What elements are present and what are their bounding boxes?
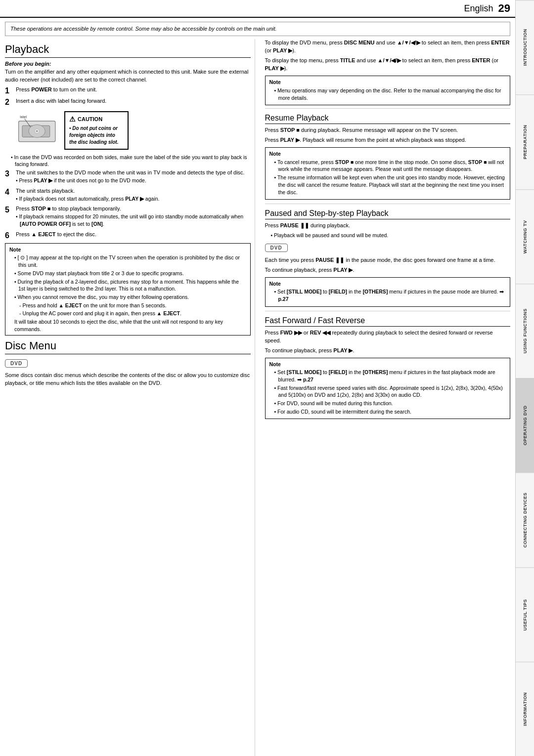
paused-bullet1: Playback will be paused and sound will b… (271, 232, 511, 239)
sidebar-tab-using-functions-label: USING FUNCTIONS (523, 308, 528, 353)
step-2-text: Insert a disc with label facing forward. (16, 97, 251, 105)
step-2-num: 2 (5, 97, 16, 107)
resume-playback-title: Resume Playback (265, 114, 511, 124)
note-sub-bullet-2: Unplug the AC power cord and plug it in … (19, 310, 246, 317)
disc-menu-note-bullet-1: Menu operations may vary depending on th… (274, 87, 506, 101)
fastfwd-title: Fast Forward / Fast Reverse (265, 316, 511, 327)
disc-menu-text: Some discs contain disc menus which desc… (5, 372, 251, 387)
left-column: Playback Before you begin: Turn on the a… (5, 39, 255, 756)
disc-menu-section: Disc Menu DVD Some discs contain disc me… (5, 339, 251, 387)
sidebar-tab-preparation-label: PREPARATION (523, 125, 528, 160)
language-label: English (464, 3, 493, 14)
paused-para1: Press PAUSE ❚❚ during playback. (265, 222, 511, 230)
disc-image: label (16, 113, 60, 148)
sidebar-tab-useful-tips-label: USEFUL TIPS (523, 599, 528, 630)
fastfwd-note-bullet-3: For DVD, sound will be muted during this… (274, 400, 506, 407)
fastfwd-para2: To continue playback, press PLAY ▶. (265, 347, 511, 355)
sidebar-tab-connecting-devices[interactable]: CONNECTING DEVICES (516, 472, 534, 567)
sidebar-right: INTRODUCTION PREPARATION WATCHING TV USI… (515, 0, 534, 756)
step-3: 3 The unit switches to the DVD mode when… (5, 169, 251, 185)
step-4-text: The unit starts playback. (16, 187, 251, 195)
caution-box: ⚠ CAUTION • Do not put coins or foreign … (64, 111, 129, 150)
step-5-text: Press STOP ■ to stop playback temporaril… (16, 205, 251, 213)
right-column: To display the DVD menu, press DISC MENU… (263, 39, 511, 756)
caution-triangle-icon: ⚠ (69, 115, 76, 123)
sidebar-tab-operating-dvd[interactable]: OPERATING DVD (516, 378, 534, 472)
disc-menu-title: Disc Menu (5, 339, 251, 354)
step-3-sub: Press PLAY ▶ if the unit does not go to … (16, 177, 251, 184)
resume-note-bullet-2: The resume information will be kept even… (274, 174, 506, 196)
sidebar-tab-useful-tips[interactable]: USEFUL TIPS (516, 567, 534, 662)
fastfwd-note-title: Note (269, 361, 506, 368)
sidebar-tab-using-functions[interactable]: USING FUNCTIONS (516, 284, 534, 378)
paused-section: Paused and Step-by-step Playback Press P… (265, 209, 511, 307)
image-caution-area: label ⚠ CAUTION • Do not put coins or fo… (16, 111, 251, 150)
before-begin-label: Before you begin: (5, 61, 251, 67)
two-column-layout: Playback Before you begin: Turn on the a… (0, 39, 515, 756)
sidebar-tab-introduction[interactable]: INTRODUCTION (516, 0, 534, 94)
step-1: 1 Press POWER to turn on the unit. (5, 86, 251, 95)
note-bullet-1: [ ⊙ ] may appear at the top-right on the… (14, 254, 246, 268)
disc-menu-cont-para1: To display the DVD menu, press DISC MENU… (265, 39, 511, 55)
step-3-text: The unit switches to the DVD mode when t… (16, 169, 251, 177)
page-container: English 29 These operations are accessib… (0, 0, 534, 756)
resume-para1: Press STOP ■ during playback. Resume mes… (265, 126, 511, 134)
step-6-text: Press ▲ EJECT to eject the disc. (16, 231, 251, 239)
sidebar-tab-connecting-devices-label: CONNECTING DEVICES (523, 493, 528, 548)
step-1-text: Press POWER to turn on the unit. (16, 86, 251, 94)
step-5: 5 Press STOP ■ to stop playback temporar… (5, 205, 251, 228)
main-content: English 29 These operations are accessib… (0, 0, 515, 756)
step-5-sub: If playback remains stopped for 20 minut… (16, 213, 251, 227)
top-note-text: These operations are accessible by remot… (10, 26, 277, 32)
note-bullet-3: During the playback of a 2-layered disc,… (14, 278, 246, 293)
resume-note-bullet-1: To cancel resume, press STOP ■ one more … (274, 159, 506, 173)
step-3-content: The unit switches to the DVD mode when t… (16, 169, 251, 185)
step-3-num: 3 (5, 169, 16, 178)
disc-svg: label (17, 114, 59, 146)
step-5-content: Press STOP ■ to stop playback temporaril… (16, 205, 251, 228)
playback-intro: Turn on the amplifier and any other equi… (5, 68, 251, 84)
paused-para2: Each time you press PAUSE ❚❚ in the paus… (265, 256, 511, 264)
step-1-num: 1 (5, 86, 16, 95)
paused-note-title: Note (269, 280, 506, 288)
step-4-sub: If playback does not start automatically… (16, 195, 251, 203)
sidebar-tab-watching-tv[interactable]: WATCHING TV (516, 189, 534, 284)
caution-title: ⚠ CAUTION (69, 115, 124, 123)
paused-note-bullet-1: Set [STILL MODE] to [FIELD] in the [OTHE… (274, 288, 506, 302)
paused-dvd-badge: DVD (265, 244, 288, 252)
svg-point-4 (36, 130, 38, 132)
fastfwd-note-bullet-1: Set [STILL MODE] to [FIELD] in the [OTHE… (274, 369, 506, 383)
caution-body: Do not put coins or foreign objects into… (69, 126, 118, 145)
fastfwd-para1: Press FWD ▶▶ or REV ◀◀ repeatedly during… (265, 329, 511, 345)
sidebar-tab-information-label: INFORMATION (523, 692, 528, 726)
step-4: 4 The unit starts playback. If playback … (5, 187, 251, 204)
step-5-num: 5 (5, 205, 16, 214)
resume-para2: Press PLAY ▶. Playback will resume from … (265, 136, 511, 144)
divider-2 (265, 204, 511, 204)
top-note-box: These operations are accessible by remot… (5, 22, 510, 36)
disc-menu-cont: To display the DVD menu, press DISC MENU… (265, 39, 511, 105)
disc-menu-note-title: Note (269, 79, 506, 86)
playback-section: Playback Before you begin: Turn on the a… (5, 43, 251, 336)
note-bullet-4: When you cannot remove the disc, you may… (14, 294, 246, 301)
svg-text:label: label (20, 115, 27, 119)
sidebar-tab-introduction-label: INTRODUCTION (523, 29, 528, 66)
resume-playback-section: Resume Playback Press STOP ■ during play… (265, 114, 511, 200)
sidebar-tab-watching-tv-label: WATCHING TV (523, 220, 528, 253)
note-eject-text: It will take about 10 seconds to eject t… (14, 318, 246, 333)
paused-para3: To continue playback, press PLAY ▶. (265, 266, 511, 274)
paused-note-box: Note Set [STILL MODE] to [FIELD] in the … (265, 277, 511, 307)
step-2: 2 Insert a disc with label facing forwar… (5, 97, 251, 107)
disc-menu-dvd-badge: DVD (5, 359, 28, 368)
sidebar-tab-information[interactable]: INFORMATION (516, 662, 534, 756)
fastfwd-note-bullet-4: For audio CD, sound will be intermittent… (274, 408, 506, 416)
disc-sides-note: In case the DVD was recorded on both sid… (11, 154, 251, 168)
note-bullet-2: Some DVD may start playback from title 2… (14, 270, 246, 277)
sidebar-tab-operating-dvd-label: OPERATING DVD (523, 406, 528, 446)
caution-text: • Do not put coins or foreign objects in… (69, 125, 124, 146)
step-6-num: 6 (5, 231, 16, 240)
divider-3 (265, 311, 511, 311)
caution-label: CAUTION (78, 116, 102, 122)
fastfwd-note-bullet-2: Fast forward/fast reverse speed varies w… (274, 384, 506, 399)
sidebar-tab-preparation[interactable]: PREPARATION (516, 94, 534, 189)
